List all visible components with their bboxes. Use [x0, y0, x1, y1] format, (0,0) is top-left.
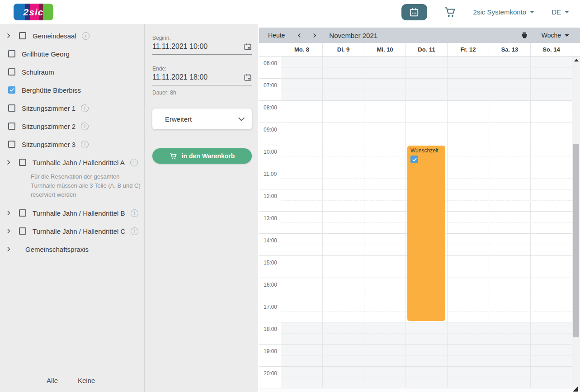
room-checkbox[interactable] — [8, 104, 15, 112]
calendar-cell[interactable] — [322, 300, 364, 322]
calendar-cell[interactable] — [447, 123, 489, 145]
calendar-view-button[interactable] — [401, 4, 427, 20]
calendar-cell[interactable] — [406, 322, 447, 344]
calendar-cell[interactable] — [530, 145, 572, 167]
calendar-cell[interactable] — [447, 79, 489, 100]
room-checkbox[interactable] — [8, 50, 15, 57]
calendar-cell[interactable] — [489, 345, 530, 366]
info-icon[interactable]: i — [82, 32, 90, 40]
calendar-cell[interactable] — [489, 79, 530, 100]
calendar-cell[interactable] — [489, 145, 530, 167]
scrollbar-thumb[interactable] — [573, 144, 579, 337]
calendar-cell[interactable] — [281, 322, 322, 344]
calendar-cell[interactable] — [322, 189, 364, 211]
select-all-button[interactable]: Alle — [47, 377, 58, 384]
calendar-cell[interactable] — [281, 212, 322, 233]
room-checkbox[interactable] — [8, 141, 15, 148]
calendar-cell[interactable] — [322, 145, 364, 167]
next-week-button[interactable] — [311, 33, 317, 38]
calendar-cell[interactable] — [530, 79, 572, 100]
calendar-cell[interactable] — [322, 212, 364, 233]
select-none-button[interactable]: Keine — [78, 377, 95, 384]
vertical-scrollbar[interactable] — [572, 57, 580, 388]
calendar-cell[interactable] — [406, 345, 447, 366]
calendar-cell[interactable] — [322, 57, 364, 78]
datepicker-icon[interactable] — [244, 43, 252, 51]
calendar-cell[interactable] — [281, 345, 322, 366]
calendar-cell[interactable] — [364, 322, 406, 344]
calendar-cell[interactable] — [447, 212, 489, 233]
calendar-cell[interactable] — [489, 123, 530, 145]
calendar-cell[interactable] — [322, 167, 364, 189]
end-input[interactable]: 11.11.2021 18:00 — [152, 73, 252, 85]
calendar-cell[interactable] — [530, 256, 572, 278]
expand-chevron-icon[interactable] — [5, 210, 12, 217]
calendar-cell[interactable] — [364, 345, 406, 366]
print-button[interactable] — [521, 32, 528, 39]
calendar-cell[interactable] — [322, 234, 364, 255]
calendar-cell[interactable] — [406, 367, 447, 388]
calendar-cell[interactable] — [406, 123, 447, 145]
today-button[interactable]: Heute — [268, 32, 285, 39]
calendar-cell[interactable] — [364, 234, 406, 255]
room-checkbox[interactable] — [8, 86, 15, 94]
account-dropdown[interactable]: 2sic Systemkonto — [473, 8, 535, 16]
calendar-cell[interactable] — [281, 167, 322, 189]
advanced-expander[interactable]: Erweitert — [152, 109, 252, 129]
calendar-cell[interactable] — [364, 167, 406, 189]
calendar-cell[interactable] — [489, 367, 530, 388]
language-dropdown[interactable]: DE — [552, 8, 569, 16]
room-checkbox[interactable] — [8, 68, 15, 76]
calendar-cell[interactable] — [447, 145, 489, 167]
calendar-cell[interactable] — [489, 101, 530, 123]
calendar-cell[interactable] — [364, 256, 406, 278]
calendar-cell[interactable] — [447, 367, 489, 388]
calendar-cell[interactable] — [364, 189, 406, 211]
calendar-cell[interactable] — [281, 256, 322, 278]
add-to-cart-button[interactable]: in den Warenkorb — [152, 148, 252, 164]
calendar-cell[interactable] — [530, 322, 572, 344]
calendar-cell[interactable] — [406, 79, 447, 100]
calendar-cell[interactable] — [281, 79, 322, 100]
calendar-cell[interactable] — [281, 123, 322, 145]
calendar-cell[interactable] — [364, 101, 406, 123]
info-icon[interactable]: i — [131, 227, 138, 235]
calendar-cell[interactable] — [489, 278, 530, 300]
calendar-cell[interactable] — [406, 57, 447, 78]
calendar-cell[interactable] — [447, 300, 489, 322]
calendar-cell[interactable] — [489, 167, 530, 189]
calendar-cell[interactable] — [530, 234, 572, 255]
calendar-cell[interactable] — [489, 189, 530, 211]
calendar-cell[interactable] — [364, 300, 406, 322]
info-icon[interactable]: i — [81, 123, 89, 130]
calendar-cell[interactable] — [530, 189, 572, 211]
calendar-cell[interactable] — [489, 256, 530, 278]
calendar-cell[interactable] — [447, 57, 489, 78]
calendar-cell[interactable] — [447, 234, 489, 255]
calendar-cell[interactable] — [322, 79, 364, 100]
event-wunschzeit[interactable]: Wunschzeit — [407, 146, 445, 321]
calendar-cell[interactable] — [322, 123, 364, 145]
calendar-cell[interactable] — [530, 278, 572, 300]
calendar-cell[interactable] — [322, 322, 364, 344]
calendar-cell[interactable] — [322, 256, 364, 278]
calendar-cell[interactable] — [364, 367, 406, 388]
calendar-cell[interactable] — [530, 101, 572, 123]
logo-2sic[interactable]: 2sic — [14, 4, 53, 20]
calendar-cell[interactable] — [489, 322, 530, 344]
expand-chevron-icon[interactable] — [5, 228, 12, 235]
calendar-cell[interactable] — [530, 345, 572, 366]
calendar-cell[interactable] — [364, 79, 406, 100]
event-checkbox[interactable] — [410, 156, 418, 163]
calendar-cell[interactable] — [322, 367, 364, 388]
room-checkbox[interactable] — [8, 123, 15, 130]
calendar-cell[interactable] — [322, 101, 364, 123]
info-icon[interactable]: i — [130, 159, 138, 166]
scroll-up-arrow[interactable] — [574, 59, 579, 61]
calendar-cell[interactable] — [530, 212, 572, 233]
info-icon[interactable]: i — [81, 141, 89, 148]
calendar-cell[interactable] — [322, 345, 364, 366]
calendar-cell[interactable] — [281, 367, 322, 388]
calendar-cell[interactable] — [530, 367, 572, 388]
view-dropdown[interactable]: Woche — [542, 32, 569, 39]
